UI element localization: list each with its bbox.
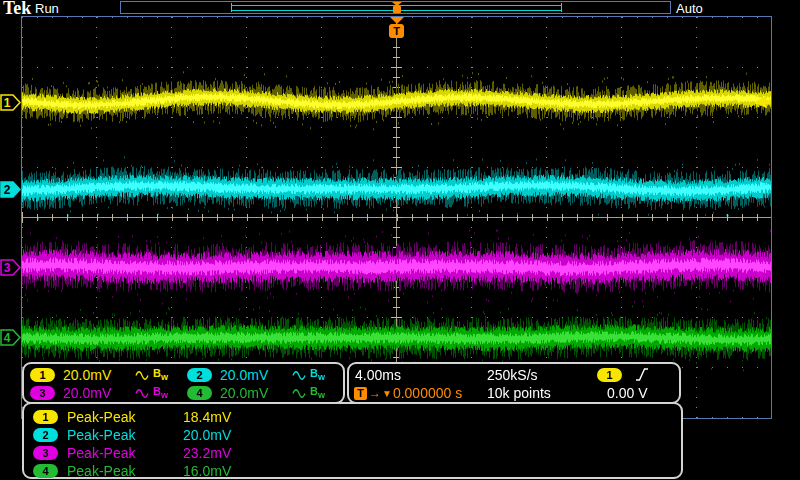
channel-2-readout: 2 20.0mV Bw [187, 367, 325, 383]
measurement-value: 20.0mV [183, 427, 231, 443]
trigger-status: Auto [676, 1, 703, 16]
channel-4-badge: 4 [187, 386, 212, 400]
trigger-position-readout: T → ▼ 0.000000 s [354, 385, 462, 401]
record-view-trigger-marker-icon[interactable] [390, 2, 404, 13]
measurement-label: Peak-Peak [67, 463, 174, 479]
acquisition-status: Run [35, 1, 59, 16]
channel-2-position-badge[interactable]: 2 [0, 181, 21, 198]
ac-coupling-icon [292, 371, 306, 380]
measurement-row: 4 Peak-Peak 16.0mV [33, 463, 231, 479]
record-view-right-bracket [561, 3, 562, 12]
channel-1-readout: 1 20.0mV Bw [30, 367, 168, 383]
channel-2-scale: 20.0mV [220, 367, 284, 383]
measurement-value: 23.2mV [183, 445, 231, 461]
bandwidth-limit-icon: Bw [153, 385, 168, 400]
measurements-box: 1 Peak-Peak 18.4mV 2 Peak-Peak 20.0mV 3 … [22, 402, 683, 479]
trigger-arrow-down-icon: ▼ [382, 387, 392, 400]
channel-1-badge: 1 [30, 368, 55, 382]
trigger-t-icon: T [354, 387, 367, 400]
record-length: 10k points [487, 385, 551, 401]
trigger-level-value: 0.00 V [607, 385, 647, 401]
measurement-label: Peak-Peak [67, 427, 174, 443]
channel-4-badge: 4 [33, 464, 58, 478]
ac-coupling-icon [292, 389, 306, 398]
measurement-row: 3 Peak-Peak 23.2mV [33, 445, 231, 461]
ac-coupling-icon [135, 371, 149, 380]
bandwidth-limit-icon: Bw [310, 367, 325, 382]
channel-1-badge: 1 [33, 410, 58, 424]
svg-text:4: 4 [4, 331, 11, 345]
trigger-level-arrow-icon[interactable] [755, 96, 771, 108]
measurement-label: Peak-Peak [67, 445, 174, 461]
channel-4-readout: 4 20.0mV Bw [187, 385, 325, 401]
record-view-left-bracket [231, 3, 232, 12]
horizontal-scale: 4.00ms [355, 367, 401, 383]
sample-rate: 250kS/s [487, 367, 538, 383]
trigger-source-badge: 1 [597, 368, 622, 382]
channel-3-scale: 20.0mV [63, 385, 127, 401]
measurement-row: 1 Peak-Peak 18.4mV [33, 409, 231, 425]
channel-2-badge: 2 [33, 428, 58, 442]
oscilloscope-screen: Tek Run Auto T 1 2 3 [0, 0, 800, 480]
trigger-t-badge: T [389, 24, 404, 38]
waveform-canvas [22, 17, 771, 418]
channel-4-position-badge[interactable]: 4 [0, 329, 21, 346]
trigger-position-marker-icon[interactable]: T [388, 17, 405, 38]
channel-2-badge: 2 [187, 368, 212, 382]
measurement-label: Peak-Peak [67, 409, 174, 425]
channel-readout-box: 1 20.0mV Bw 2 20.0mV Bw 3 20.0mV Bw 4 [22, 362, 345, 404]
channel-1-scale: 20.0mV [63, 367, 127, 383]
channel-3-badge: 3 [33, 446, 58, 460]
bandwidth-limit-icon: Bw [310, 385, 325, 400]
svg-text:1: 1 [4, 96, 11, 110]
measurement-value: 18.4mV [183, 409, 231, 425]
top-status-bar: Tek Run Auto [0, 0, 800, 16]
trigger-slope-rising-icon [635, 367, 649, 382]
bandwidth-limit-icon: Bw [153, 367, 168, 382]
waveform-display: T [21, 16, 772, 419]
channel-4-scale: 20.0mV [220, 385, 284, 401]
channel-3-badge: 3 [30, 386, 55, 400]
horizontal-trigger-readout-box: 4.00ms 250kS/s 1 T → ▼ 0.000000 s 10k po… [347, 362, 681, 404]
measurement-value: 16.0mV [183, 463, 231, 479]
channel-3-readout: 3 20.0mV Bw [30, 385, 168, 401]
svg-text:3: 3 [4, 261, 11, 275]
trigger-position-value: 0.000000 s [393, 385, 462, 401]
channel-3-position-badge[interactable]: 3 [0, 259, 21, 276]
ac-coupling-icon [135, 389, 149, 398]
record-view-bar [120, 1, 671, 14]
svg-text:2: 2 [4, 183, 11, 197]
measurement-row: 2 Peak-Peak 20.0mV [33, 427, 231, 443]
trigger-arrow-down-icon [390, 17, 404, 24]
trigger-arrow-right-icon: → [369, 387, 381, 400]
channel-1-position-badge[interactable]: 1 [0, 94, 21, 111]
